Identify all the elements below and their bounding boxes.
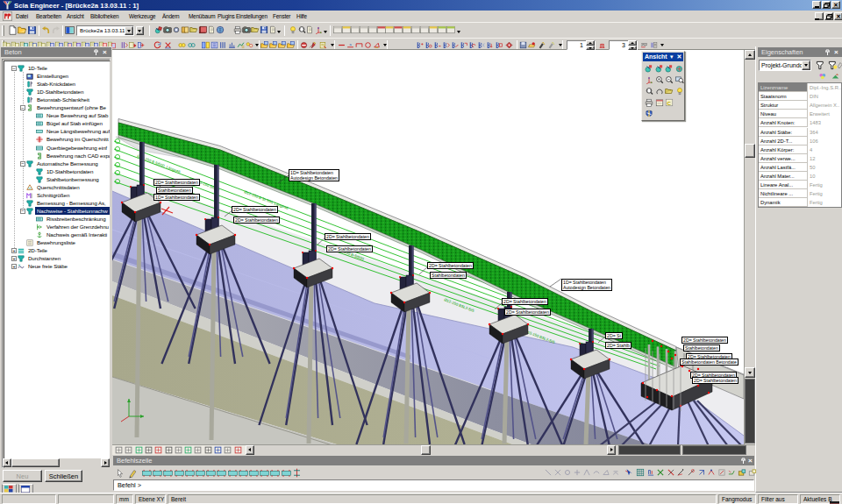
svg-text:a: a [349, 42, 352, 46]
svg-text:C: C [667, 100, 672, 106]
